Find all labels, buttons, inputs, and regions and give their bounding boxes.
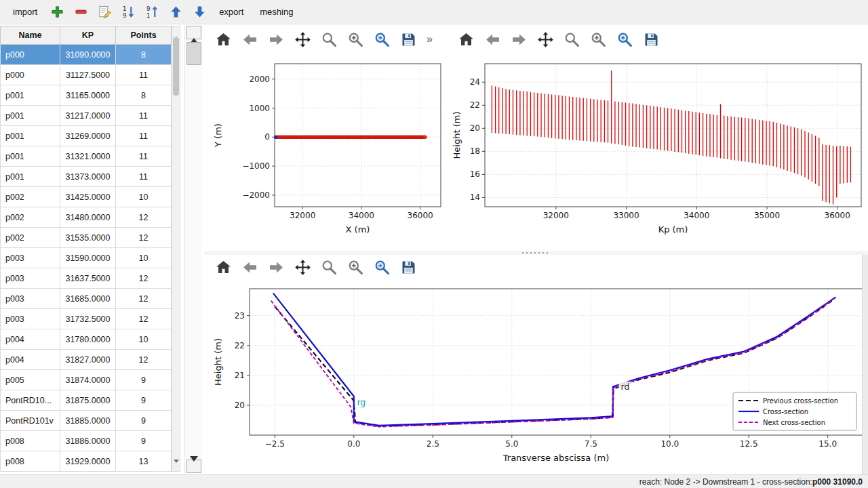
cell-kp[interactable]: 31886.0000 bbox=[60, 431, 116, 451]
cell-points[interactable]: 8 bbox=[116, 85, 172, 106]
table-row[interactable]: p00431780.000010 bbox=[1, 329, 172, 350]
cell-kp[interactable]: 31685.0000 bbox=[60, 289, 116, 309]
table-row[interactable]: PontRD101v31885.00009 bbox=[1, 411, 172, 431]
table-scroll-up-button[interactable] bbox=[172, 26, 180, 35]
cell-name[interactable]: p003 bbox=[1, 309, 60, 329]
cell-kp[interactable]: 31535.0000 bbox=[60, 228, 116, 248]
cell-name[interactable]: p008 bbox=[1, 451, 60, 472]
cell-name[interactable]: p003 bbox=[1, 268, 60, 289]
save-button[interactable] bbox=[641, 29, 661, 49]
table-row[interactable]: p00831886.00009 bbox=[1, 431, 172, 451]
cell-name[interactable]: p004 bbox=[1, 350, 60, 370]
cell-kp[interactable]: 31127.5000 bbox=[60, 65, 116, 85]
cell-points[interactable]: 11 bbox=[116, 65, 172, 85]
table-row[interactable]: p00131165.00008 bbox=[1, 85, 172, 106]
cell-points[interactable]: 11 bbox=[116, 126, 172, 146]
cell-kp[interactable]: 31425.0000 bbox=[60, 187, 116, 207]
toolbar-overflow-button[interactable]: » bbox=[425, 33, 435, 45]
cell-name[interactable]: p000 bbox=[1, 65, 60, 85]
cell-points[interactable]: 9 bbox=[116, 431, 172, 451]
sort-descending-button[interactable]: 19 bbox=[119, 3, 138, 22]
cell-name[interactable]: p004 bbox=[1, 329, 60, 350]
cell-points[interactable]: 10 bbox=[116, 248, 172, 268]
cell-points[interactable]: 11 bbox=[116, 167, 172, 187]
plan-view-plot[interactable]: 320003400036000−2000−1000010002000X (m)Y… bbox=[203, 54, 446, 249]
table-row[interactable]: p00831929.000013 bbox=[1, 451, 172, 472]
cell-kp[interactable]: 31874.0000 bbox=[60, 370, 116, 390]
cell-name[interactable]: p008 bbox=[1, 431, 60, 451]
table-row[interactable]: p00331685.000012 bbox=[1, 289, 172, 309]
pan-button[interactable] bbox=[292, 257, 313, 277]
pan-button[interactable] bbox=[535, 29, 555, 49]
panel-scroll-up-button[interactable] bbox=[186, 26, 201, 39]
cell-kp[interactable]: 31885.0000 bbox=[60, 411, 116, 431]
table-scroll-down-button[interactable] bbox=[172, 463, 180, 471]
panel-scroll-down-button[interactable] bbox=[186, 460, 201, 473]
save-button[interactable] bbox=[398, 257, 418, 277]
cell-points[interactable]: 12 bbox=[116, 289, 172, 309]
cell-name[interactable]: p001 bbox=[1, 146, 60, 167]
move-down-button[interactable] bbox=[190, 3, 209, 22]
cell-points[interactable]: 12 bbox=[116, 309, 172, 329]
table-scrollbar-thumb[interactable] bbox=[173, 37, 179, 96]
cross-sections-table[interactable]: Name KP Points p00031090.00008p00031127.… bbox=[0, 26, 172, 472]
table-row[interactable]: PontRD10...31875.00009 bbox=[1, 390, 172, 411]
cell-points[interactable]: 8 bbox=[116, 45, 172, 65]
cell-kp[interactable]: 31217.0000 bbox=[60, 106, 116, 126]
sort-ascending-button[interactable]: 91 bbox=[142, 3, 161, 22]
cell-kp[interactable]: 31875.0000 bbox=[60, 390, 116, 411]
cell-points[interactable]: 9 bbox=[116, 390, 172, 411]
home-button[interactable] bbox=[456, 29, 476, 49]
table-row[interactable]: p00431827.000012 bbox=[1, 350, 172, 370]
zoom-button[interactable] bbox=[319, 257, 339, 277]
edit-button[interactable] bbox=[95, 3, 114, 22]
cell-name[interactable]: p000 bbox=[1, 45, 60, 65]
cell-name[interactable]: p001 bbox=[1, 106, 60, 126]
table-scrollbar[interactable] bbox=[172, 26, 180, 472]
back-button[interactable] bbox=[239, 29, 260, 49]
cell-name[interactable]: p003 bbox=[1, 248, 60, 268]
save-button[interactable] bbox=[398, 29, 418, 49]
cell-kp[interactable]: 31165.0000 bbox=[60, 85, 116, 106]
cell-points[interactable]: 12 bbox=[116, 207, 172, 228]
cell-kp[interactable]: 31827.0000 bbox=[60, 350, 116, 370]
zoom-box-button[interactable] bbox=[372, 257, 392, 277]
zoom-in-button[interactable] bbox=[345, 29, 366, 49]
zoom-box-button[interactable] bbox=[614, 29, 635, 49]
cell-name[interactable]: p002 bbox=[1, 207, 60, 228]
cell-kp[interactable]: 31780.0000 bbox=[60, 329, 116, 350]
table-row[interactable]: p00531874.00009 bbox=[1, 370, 172, 390]
table-row[interactable]: p00031127.500011 bbox=[1, 65, 172, 85]
table-row[interactable]: p00131373.000011 bbox=[1, 167, 172, 187]
forward-button[interactable] bbox=[266, 257, 286, 277]
zoom-button[interactable] bbox=[561, 29, 582, 49]
home-button[interactable] bbox=[213, 257, 233, 277]
cell-name[interactable]: PontRD10... bbox=[1, 390, 60, 411]
cell-points[interactable]: 9 bbox=[116, 411, 172, 431]
table-row[interactable]: p00131269.000011 bbox=[1, 126, 172, 146]
table-row[interactable]: p00331732.500012 bbox=[1, 309, 172, 329]
splitter-handle[interactable] bbox=[522, 252, 549, 253]
zoom-in-button[interactable] bbox=[588, 29, 608, 49]
home-button[interactable] bbox=[213, 29, 233, 49]
forward-button[interactable] bbox=[266, 29, 286, 49]
forward-button[interactable] bbox=[509, 29, 529, 49]
cell-name[interactable]: p001 bbox=[1, 85, 60, 106]
remove-button[interactable] bbox=[71, 3, 90, 22]
cell-points[interactable]: 13 bbox=[116, 451, 172, 472]
cell-kp[interactable]: 31732.5000 bbox=[60, 309, 116, 329]
cell-points[interactable]: 12 bbox=[116, 228, 172, 248]
cell-kp[interactable]: 31321.0000 bbox=[60, 146, 116, 167]
table-row[interactable]: p00031090.00008 bbox=[1, 45, 172, 65]
cell-points[interactable]: 11 bbox=[116, 146, 172, 167]
long-profile-plot[interactable]: 3200033000340003500036000141618202224Kp … bbox=[446, 54, 868, 249]
cell-kp[interactable]: 31480.0000 bbox=[60, 207, 116, 228]
cell-points[interactable]: 9 bbox=[116, 370, 172, 390]
import-button[interactable]: import bbox=[7, 4, 43, 20]
panel-scrollbar-thumb[interactable] bbox=[186, 42, 201, 65]
cell-kp[interactable]: 31590.0000 bbox=[60, 248, 116, 268]
cell-kp[interactable]: 31929.0000 bbox=[60, 451, 116, 472]
bottom-panel-scrollbar[interactable] bbox=[862, 255, 868, 474]
cell-kp[interactable]: 31269.0000 bbox=[60, 126, 116, 146]
cell-name[interactable]: p005 bbox=[1, 370, 60, 390]
